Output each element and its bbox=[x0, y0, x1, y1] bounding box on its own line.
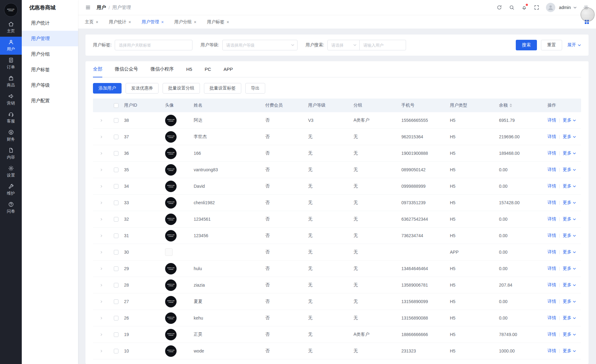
action-button-4[interactable]: 导出 bbox=[245, 83, 265, 94]
user-level-select[interactable] bbox=[222, 40, 298, 50]
type-tab-1[interactable]: 微信公众号 bbox=[115, 61, 138, 77]
refresh-icon[interactable] bbox=[496, 4, 502, 11]
expand-row-icon[interactable] bbox=[99, 218, 102, 220]
detail-link[interactable]: 详情 bbox=[547, 332, 556, 337]
search-button[interactable]: 搜索 bbox=[516, 40, 537, 50]
more-dropdown[interactable]: 更多 bbox=[563, 150, 576, 156]
expand-row-icon[interactable] bbox=[99, 268, 102, 270]
submenu-item-4[interactable]: 用户等级 bbox=[22, 77, 78, 93]
action-button-2[interactable]: 批量设置分组 bbox=[163, 83, 200, 94]
more-dropdown[interactable]: 更多 bbox=[563, 332, 576, 337]
detail-link[interactable]: 详情 bbox=[547, 233, 556, 238]
more-dropdown[interactable]: 更多 bbox=[563, 117, 576, 123]
detail-link[interactable]: 详情 bbox=[547, 183, 556, 189]
close-icon[interactable]: × bbox=[96, 20, 98, 24]
type-tab-3[interactable]: H5 bbox=[186, 61, 192, 77]
rail-item-settings[interactable]: 设置 bbox=[0, 163, 22, 181]
detail-link[interactable]: 详情 bbox=[547, 134, 556, 140]
expand-row-icon[interactable] bbox=[99, 334, 102, 336]
row-checkbox[interactable] bbox=[114, 135, 118, 139]
rail-item-maintain[interactable]: 维护 bbox=[0, 181, 22, 199]
action-button-3[interactable]: 批量设置标签 bbox=[204, 83, 241, 94]
expand-row-icon[interactable] bbox=[99, 202, 102, 204]
close-icon[interactable]: × bbox=[128, 20, 131, 24]
detail-link[interactable]: 详情 bbox=[547, 200, 556, 205]
detail-link[interactable]: 详情 bbox=[547, 348, 556, 354]
detail-link[interactable]: 详情 bbox=[547, 167, 556, 173]
row-checkbox[interactable] bbox=[114, 168, 118, 172]
row-checkbox[interactable] bbox=[114, 200, 118, 205]
action-button-0[interactable]: 添加用户 bbox=[93, 83, 122, 94]
more-dropdown[interactable]: 更多 bbox=[563, 183, 576, 189]
expand-row-icon[interactable] bbox=[99, 119, 102, 122]
more-dropdown[interactable]: 更多 bbox=[563, 134, 576, 140]
row-checkbox[interactable] bbox=[114, 217, 118, 222]
type-tab-2[interactable]: 微信小程序 bbox=[150, 61, 174, 77]
detail-link[interactable]: 详情 bbox=[547, 282, 556, 288]
tab-0[interactable]: 主页 × bbox=[85, 19, 98, 25]
more-dropdown[interactable]: 更多 bbox=[563, 167, 576, 173]
expand-row-icon[interactable] bbox=[99, 169, 102, 171]
more-dropdown[interactable]: 更多 bbox=[563, 348, 576, 354]
tab-2[interactable]: 用户管理 × bbox=[141, 19, 164, 25]
more-dropdown[interactable]: 更多 bbox=[563, 282, 576, 288]
sort-icon[interactable] bbox=[510, 104, 512, 107]
more-dropdown[interactable]: 更多 bbox=[563, 299, 576, 304]
submenu-item-1[interactable]: 用户管理 bbox=[22, 31, 78, 46]
select-all-checkbox[interactable] bbox=[114, 103, 118, 108]
expand-row-icon[interactable] bbox=[99, 235, 102, 237]
row-checkbox[interactable] bbox=[114, 332, 118, 337]
expand-row-icon[interactable] bbox=[99, 136, 102, 138]
detail-link[interactable]: 详情 bbox=[547, 216, 556, 222]
more-dropdown[interactable]: 更多 bbox=[563, 249, 576, 255]
submenu-item-2[interactable]: 用户分组 bbox=[22, 46, 78, 62]
hamburger-icon[interactable] bbox=[85, 4, 91, 11]
user-menu-caret-icon[interactable] bbox=[573, 6, 577, 9]
more-dropdown[interactable]: 更多 bbox=[563, 200, 576, 205]
row-checkbox[interactable] bbox=[114, 233, 118, 238]
detail-link[interactable]: 详情 bbox=[547, 249, 556, 255]
detail-link[interactable]: 详情 bbox=[547, 266, 556, 271]
user-tag-input[interactable] bbox=[115, 40, 192, 50]
tab-3[interactable]: 用户分组 × bbox=[174, 19, 196, 25]
type-tab-4[interactable]: PC bbox=[205, 61, 211, 77]
expand-row-icon[interactable] bbox=[99, 284, 102, 286]
action-button-1[interactable]: 发送优惠券 bbox=[126, 83, 159, 94]
detail-link[interactable]: 详情 bbox=[547, 117, 556, 123]
tab-1[interactable]: 用户统计 × bbox=[109, 19, 131, 25]
detail-link[interactable]: 详情 bbox=[547, 299, 556, 304]
more-dropdown[interactable]: 更多 bbox=[563, 266, 576, 271]
rail-item-order[interactable]: 订单 bbox=[0, 55, 22, 73]
row-checkbox[interactable] bbox=[114, 151, 118, 156]
more-dropdown[interactable]: 更多 bbox=[563, 233, 576, 238]
expand-row-icon[interactable] bbox=[99, 152, 102, 154]
user-search-input[interactable] bbox=[359, 40, 406, 50]
rail-item-user[interactable]: 用户 bbox=[0, 37, 22, 55]
username-label[interactable]: admin bbox=[559, 5, 571, 10]
row-checkbox[interactable] bbox=[114, 184, 118, 189]
row-checkbox[interactable] bbox=[114, 349, 118, 353]
detail-link[interactable]: 详情 bbox=[547, 150, 556, 156]
more-dropdown[interactable]: 更多 bbox=[563, 216, 576, 222]
submenu-item-5[interactable]: 用户配置 bbox=[22, 93, 78, 108]
expand-row-icon[interactable] bbox=[99, 185, 102, 187]
row-checkbox[interactable] bbox=[114, 266, 118, 271]
rail-item-service[interactable]: 客服 bbox=[0, 109, 22, 127]
expand-row-icon[interactable] bbox=[99, 301, 102, 303]
fullscreen-icon[interactable] bbox=[534, 4, 540, 11]
rail-item-home[interactable]: 主页 bbox=[0, 19, 22, 37]
rail-item-finance[interactable]: 财务 bbox=[0, 127, 22, 145]
row-checkbox[interactable] bbox=[114, 283, 118, 288]
rail-item-content[interactable]: 内容 bbox=[0, 145, 22, 163]
row-checkbox[interactable] bbox=[114, 299, 118, 304]
rail-item-survey[interactable]: 问卷 bbox=[0, 199, 22, 217]
expand-row-icon[interactable] bbox=[99, 350, 102, 352]
submenu-item-0[interactable]: 用户统计 bbox=[22, 15, 78, 31]
type-tab-5[interactable]: APP bbox=[224, 61, 233, 77]
expand-row-icon[interactable] bbox=[99, 317, 102, 319]
tab-4[interactable]: 用户标签 × bbox=[207, 19, 229, 25]
search-icon[interactable] bbox=[509, 4, 515, 11]
reset-button[interactable]: 重置 bbox=[541, 40, 562, 50]
row-checkbox[interactable] bbox=[114, 316, 118, 320]
row-checkbox[interactable] bbox=[114, 118, 118, 123]
